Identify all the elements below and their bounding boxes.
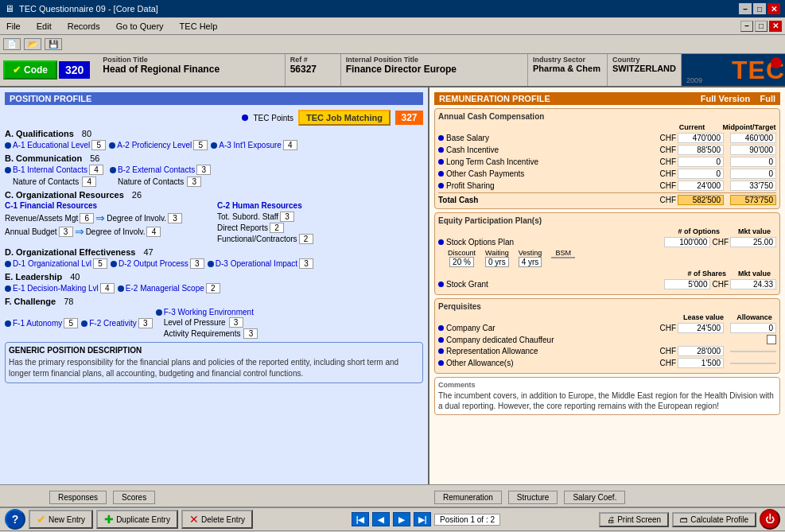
e2-value[interactable]: 2 — [206, 283, 220, 293]
e1-value[interactable]: 4 — [100, 283, 115, 293]
cash-incentive-midpoint[interactable]: 90'000 — [730, 145, 776, 155]
profit-sharing-current[interactable]: 24'000 — [678, 181, 724, 191]
other-allowances-value[interactable]: 1'500 — [678, 358, 724, 368]
tec-points-label: TEC Points — [253, 114, 293, 122]
remuneration-tab[interactable]: Remuneration — [434, 491, 502, 504]
shares-mkt-value[interactable]: 24.33 — [730, 279, 776, 289]
help-button[interactable]: ? — [5, 509, 25, 530]
company-car-allowance[interactable]: 0 — [730, 323, 776, 333]
open-toolbar-button[interactable]: 📂 — [24, 38, 41, 50]
waiting-value[interactable]: 0 yrs — [485, 257, 509, 267]
b2-value[interactable]: 3 — [196, 165, 211, 175]
nav-first-button[interactable]: |◀ — [352, 512, 369, 526]
c1-row2-v1[interactable]: 3 — [59, 227, 73, 237]
inner-close-button[interactable]: ✕ — [769, 21, 782, 32]
ref-value: 56327 — [290, 64, 336, 75]
other-allowances-allowance[interactable] — [730, 363, 776, 364]
left-tabs: Responses Scores — [0, 485, 429, 507]
inner-restore-button[interactable]: □ — [755, 21, 768, 32]
c2-row1-label: Tot. Subord. Staff — [217, 212, 278, 221]
inner-minimize-button[interactable]: – — [740, 21, 753, 32]
c1-row1-v2[interactable]: 3 — [168, 213, 182, 223]
tec-score: 327 — [395, 111, 423, 125]
duplicate-entry-button[interactable]: ✚ Duplicate Entry — [96, 510, 178, 529]
profit-sharing-midpoint[interactable]: 33'750 — [730, 181, 776, 191]
base-salary-midpoint[interactable]: 460'000 — [730, 133, 776, 143]
c1-row1-v1[interactable]: 6 — [80, 213, 94, 223]
new-toolbar-button[interactable]: 📄 — [3, 38, 21, 50]
scores-tab[interactable]: Scores — [113, 491, 155, 504]
discount-value[interactable]: 20 % — [449, 257, 474, 267]
other-cash-currency: CHF — [654, 169, 676, 178]
representation-value[interactable]: 28'000 — [678, 346, 724, 356]
f3-pressure-value[interactable]: 3 — [229, 317, 243, 328]
item-f3: F-3 Working Environment — [156, 308, 423, 316]
calculate-profile-button[interactable]: 🗃 Calculate Profile — [672, 512, 756, 527]
a3-value[interactable]: 4 — [283, 140, 297, 150]
c1-row2-v2[interactable]: 4 — [146, 227, 161, 237]
other-cash-midpoint[interactable]: 0 — [730, 169, 776, 179]
close-button[interactable]: ✕ — [768, 3, 780, 14]
d1-value[interactable]: 5 — [93, 258, 107, 269]
other-cash-current[interactable]: 0 — [678, 169, 724, 179]
maximize-button[interactable]: □ — [753, 3, 766, 14]
menu-tec-help[interactable]: TEC Help — [177, 21, 221, 32]
salary-coef-tab[interactable]: Salary Coef. — [564, 491, 625, 504]
menu-edit[interactable]: Edit — [33, 21, 55, 32]
power-button[interactable]: ⏻ — [760, 509, 780, 530]
annual-cash-section: Annual Cash Compensation Current Midpoin… — [434, 108, 780, 209]
print-screen-button[interactable]: 🖨 Print Screen — [599, 512, 669, 527]
chauffeur-checkbox[interactable] — [767, 335, 776, 344]
d2-value[interactable]: 3 — [190, 258, 204, 269]
f2-value[interactable]: 3 — [138, 318, 153, 328]
a2-value[interactable]: 5 — [193, 140, 208, 150]
left-panel: POSITION PROFILE TEC Points TEC Job Matc… — [0, 87, 429, 484]
f3-activity-value[interactable]: 3 — [243, 328, 258, 339]
chauffeur-label: Company dedicated Chauffeur — [446, 336, 767, 344]
stock-options-bullet — [438, 239, 444, 245]
minimize-button[interactable]: – — [739, 3, 752, 14]
new-entry-button[interactable]: ✔ New Entry — [29, 510, 93, 529]
nav-next-button[interactable]: ▶ — [393, 512, 410, 526]
tec-job-matching-button[interactable]: TEC Job Matching — [298, 110, 391, 126]
menu-goto-query[interactable]: Go to Query — [113, 21, 167, 32]
a1-value[interactable]: 5 — [91, 140, 106, 150]
company-car-lease[interactable]: 24'500 — [678, 323, 724, 333]
item-b2: B-2 External Contacts 3 — [110, 165, 211, 175]
f1-value[interactable]: 5 — [64, 318, 78, 328]
section-f-score: 78 — [64, 297, 73, 306]
position-title-label: Position Title — [103, 56, 279, 64]
section-c-label: C. Organizational Resources — [5, 190, 124, 200]
b2-sub-value[interactable]: 3 — [187, 177, 201, 187]
structure-tab[interactable]: Structure — [508, 491, 558, 504]
tec-year: 2009 — [686, 76, 702, 84]
b1-sub-value[interactable]: 4 — [82, 177, 96, 187]
long-term-midpoint[interactable]: 0 — [730, 157, 776, 167]
save-toolbar-button[interactable]: 💾 — [45, 38, 62, 50]
nav-last-button[interactable]: ▶| — [414, 512, 431, 526]
d1-bullet — [5, 261, 11, 267]
num-shares-value[interactable]: 5'000 — [664, 279, 710, 289]
c2-row3-value[interactable]: 2 — [299, 234, 313, 244]
cash-incentive-current[interactable]: 88'500 — [678, 145, 724, 155]
num-options-value[interactable]: 100'000 — [664, 237, 710, 247]
remuneration-profile-title: REMUNERATION PROFILE — [439, 94, 550, 103]
responses-tab[interactable]: Responses — [49, 491, 107, 504]
base-salary-current[interactable]: 470'000 — [678, 133, 724, 143]
menu-file[interactable]: File — [3, 21, 24, 32]
representation-allowance[interactable] — [730, 351, 776, 352]
c2-row2-value[interactable]: 2 — [270, 223, 284, 233]
long-term-current[interactable]: 0 — [678, 157, 724, 167]
d3-value[interactable]: 3 — [299, 258, 313, 269]
vesting-value[interactable]: 4 yrs — [519, 257, 542, 267]
discount-group: Discount 20 % — [448, 249, 476, 267]
code-button[interactable]: ✔ Code — [3, 60, 57, 80]
c2-row1-value[interactable]: 3 — [280, 212, 294, 222]
delete-entry-button[interactable]: ✕ Delete Entry — [181, 510, 253, 529]
menu-records[interactable]: Records — [64, 21, 103, 32]
nav-prev-button[interactable]: ◀ — [372, 512, 390, 526]
bsm-value[interactable] — [551, 257, 575, 258]
section-b: B. Communication 56 B-1 Internal Contact… — [5, 153, 423, 187]
options-mkt-value[interactable]: 25.00 — [730, 237, 776, 247]
b1-value[interactable]: 4 — [89, 165, 103, 175]
